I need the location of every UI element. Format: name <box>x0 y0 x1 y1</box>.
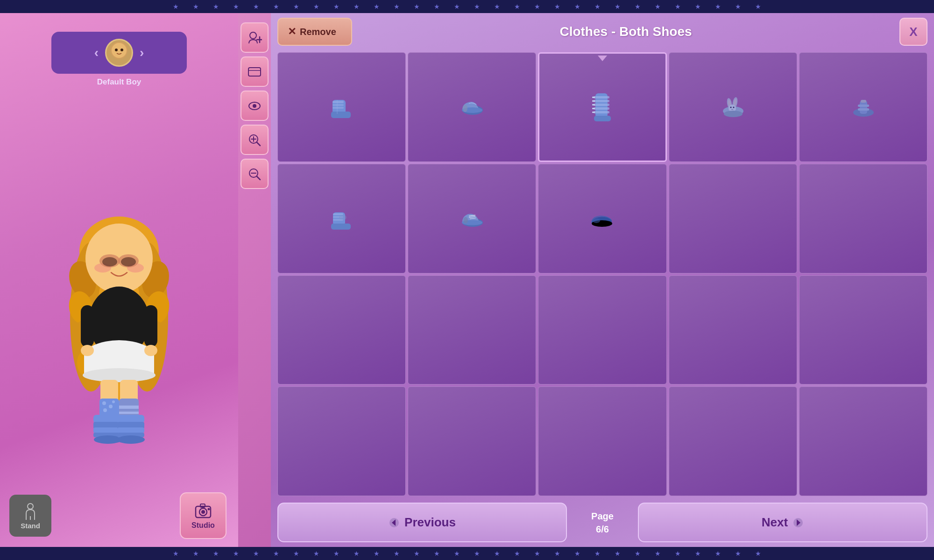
clothes-grid-empty <box>669 275 797 385</box>
star-decoration: ★ <box>293 3 299 10</box>
star-decoration: ★ <box>293 550 299 557</box>
svg-point-30 <box>144 345 157 356</box>
shoe-item-icon <box>456 202 488 235</box>
star-decoration: ★ <box>474 3 480 10</box>
character-selector-wrapper: ‹ › Default Boy <box>51 22 187 87</box>
svg-point-73 <box>208 508 210 511</box>
svg-point-37 <box>112 400 115 403</box>
background-button[interactable] <box>241 56 269 87</box>
svg-rect-56 <box>248 68 261 76</box>
bottom-border: ★ ★ ★ ★ ★ ★ ★ ★ ★ ★ ★ ★ ★ ★ ★ ★ ★ ★ ★ ★ … <box>0 547 934 560</box>
svg-line-63 <box>257 142 260 146</box>
svg-rect-106 <box>858 105 869 107</box>
star-decoration: ★ <box>574 550 580 557</box>
page-word: Page <box>574 510 630 523</box>
star-decoration: ★ <box>655 550 661 557</box>
clothes-grid-item[interactable] <box>408 164 536 273</box>
svg-point-114 <box>339 215 347 220</box>
clothes-grid <box>271 50 934 498</box>
next-label: Next <box>762 515 788 530</box>
svg-point-34 <box>102 401 106 405</box>
clothes-grid-item[interactable] <box>408 52 536 162</box>
shoe-item-icon <box>325 202 358 235</box>
visibility-button[interactable] <box>241 91 269 121</box>
svg-point-26 <box>83 368 156 382</box>
page-indicator: Page 6/6 <box>574 510 630 536</box>
clothes-grid-empty <box>799 386 927 496</box>
next-page-button[interactable]: Next <box>638 503 927 542</box>
svg-point-20 <box>102 257 117 266</box>
svg-rect-50 <box>117 427 144 433</box>
zoom-in-icon <box>247 133 262 147</box>
clothes-grid-item[interactable] <box>538 52 666 162</box>
star-decoration: ★ <box>695 3 701 10</box>
star-decoration: ★ <box>253 3 259 10</box>
star-decoration: ★ <box>675 550 681 557</box>
svg-rect-108 <box>861 100 866 103</box>
svg-point-52 <box>117 435 145 444</box>
star-decoration: ★ <box>615 550 621 557</box>
clothes-grid-item[interactable] <box>538 164 666 273</box>
star-decoration: ★ <box>173 3 179 10</box>
character-name: Default Boy <box>97 77 141 87</box>
remove-button[interactable]: ✕ Remove <box>277 18 352 46</box>
star-decoration: ★ <box>273 550 279 557</box>
clothes-grid-item[interactable] <box>669 52 797 162</box>
zoom-out-button[interactable] <box>241 159 269 189</box>
star-decoration: ★ <box>755 550 761 557</box>
svg-point-3 <box>120 49 123 51</box>
star-decoration: ★ <box>534 550 540 557</box>
remove-x-icon: ✕ <box>288 26 296 38</box>
eye-icon <box>247 98 262 113</box>
star-decoration: ★ <box>434 550 440 557</box>
zoom-out-icon <box>247 167 262 182</box>
star-decoration: ★ <box>173 550 179 557</box>
selected-indicator <box>598 56 607 61</box>
star-decoration: ★ <box>454 3 460 10</box>
star-decoration: ★ <box>655 3 661 10</box>
clothes-grid-item[interactable] <box>277 164 406 273</box>
star-decoration: ★ <box>414 3 420 10</box>
stand-button[interactable]: Stand <box>9 495 51 537</box>
clothes-grid-item[interactable] <box>799 52 927 162</box>
star-decoration: ★ <box>554 3 560 10</box>
star-decoration: ★ <box>193 3 199 10</box>
svg-point-2 <box>115 49 118 51</box>
svg-point-53 <box>250 32 256 39</box>
star-decoration: ★ <box>354 550 360 557</box>
stand-label: Stand <box>21 522 40 530</box>
zoom-in-button[interactable] <box>241 125 269 155</box>
svg-rect-110 <box>331 224 351 230</box>
star-decoration: ★ <box>594 550 601 557</box>
close-panel-button[interactable]: X <box>899 18 927 46</box>
svg-point-102 <box>733 107 735 108</box>
star-decoration: ★ <box>715 3 721 10</box>
previous-label: Previous <box>404 515 456 530</box>
star-decoration: ★ <box>233 550 239 557</box>
add-character-button[interactable] <box>241 22 269 53</box>
star-decoration: ★ <box>494 550 500 557</box>
bottom-navigation: Previous Page 6/6 Next <box>271 498 934 547</box>
studio-button[interactable]: Studio <box>180 492 226 539</box>
star-decoration: ★ <box>554 550 560 557</box>
svg-rect-90 <box>592 97 595 98</box>
top-border: ★ ★ ★ ★ ★ ★ ★ ★ ★ ★ ★ ★ ★ ★ ★ ★ ★ ★ ★ ★ … <box>0 0 934 13</box>
right-panel: ✕ Remove Clothes - Both Shoes X <box>271 13 934 547</box>
character-prev-button[interactable]: ‹ <box>94 45 99 60</box>
clothes-grid-empty <box>277 275 406 385</box>
shoe-item-icon <box>456 91 488 123</box>
background-icon <box>247 64 262 79</box>
clothes-grid-empty <box>799 164 927 273</box>
next-arrow-icon <box>792 517 804 528</box>
star-decoration: ★ <box>394 3 400 10</box>
svg-rect-88 <box>594 107 609 110</box>
svg-point-122 <box>593 218 600 223</box>
svg-rect-91 <box>592 100 595 102</box>
star-decoration: ★ <box>273 3 279 10</box>
previous-page-button[interactable]: Previous <box>277 503 567 542</box>
clothes-grid-empty <box>408 386 536 496</box>
clothes-grid-item[interactable] <box>277 52 406 162</box>
star-decoration: ★ <box>394 550 400 557</box>
character-next-button[interactable]: › <box>140 45 144 60</box>
star-decoration: ★ <box>333 3 340 10</box>
